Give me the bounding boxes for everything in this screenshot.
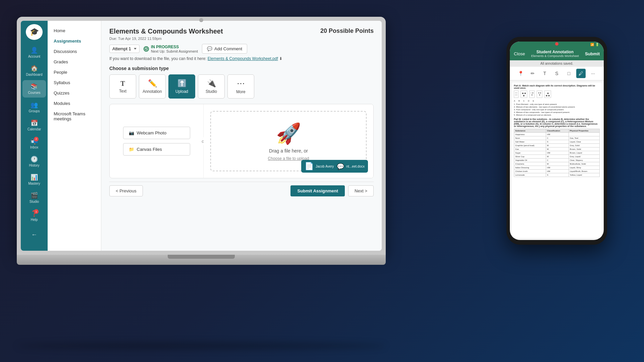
table-header-substance: Substance — [514, 129, 546, 133]
submission-type-annotation[interactable]: ✏️ Annotation — [139, 74, 166, 99]
submission-type-label: Choose a submission type — [109, 66, 374, 71]
status-badge: IN PROGRESS Next Up: Submit Assignment — [144, 45, 198, 53]
saved-text: All annotations saved. — [510, 60, 604, 67]
laptop-camera — [199, 18, 203, 22]
phone-tool-pin[interactable]: 📍 — [516, 69, 525, 78]
submission-types: T Text ✏️ Annotation ⬆️ Upload 🔌 — [109, 74, 374, 99]
submit-assignment-button[interactable]: Submit Assignment — [290, 185, 345, 196]
folder-icon: 📁 — [129, 147, 134, 152]
sidebar-label-dashboard: Dashboard — [26, 73, 43, 76]
phone-tool-pen[interactable]: 🖊 — [576, 69, 586, 78]
table-row: Silver CupMGrey, Liquid — [514, 155, 600, 159]
download-link[interactable]: Elements & Compounds Worksheet.pdf — [208, 56, 278, 61]
file-doc-icon: 📄 — [305, 162, 314, 171]
part-a-opt4: 4. Mixture of two compounds - two types … — [514, 111, 600, 113]
phone-tool-box[interactable]: □ — [564, 69, 574, 78]
doc-part-a-title: Part A: Match each diagram with its corr… — [514, 84, 600, 89]
sidebar-item-history[interactable]: 🕐 History — [22, 153, 46, 170]
sidebar-collapse[interactable]: ← — [22, 225, 46, 244]
submission-type-upload[interactable]: ⬆️ Upload — [168, 74, 195, 99]
laptop: 🎓 👤 Account 🏠 Dashboard 📚 Courses — [17, 17, 386, 278]
sidebar-item-mastery[interactable]: 📊 Mastery — [22, 171, 46, 188]
sidebar-item-courses[interactable]: 📚 Courses — [22, 80, 46, 98]
sidebar-label-courses: Courses — [28, 91, 40, 95]
download-notice: If you want to download to the file, you… — [109, 56, 374, 61]
courses-icon: 📚 — [31, 83, 38, 90]
inbox-badge: 2 — [34, 137, 39, 141]
part-a-opt2: 2. Mixture of two elements - two types o… — [514, 106, 600, 108]
points-display: 20 Possible Points — [320, 27, 374, 35]
logo-icon: 🎓 — [30, 27, 39, 36]
phone-tool-pencil[interactable]: ✏ — [528, 69, 537, 78]
battery-icon: 🔋 — [595, 43, 599, 46]
phone-document: Part A: Match each diagram with its corr… — [512, 82, 602, 238]
next-button[interactable]: Next > — [348, 185, 374, 196]
sidebar-label-inbox: Inbox — [30, 145, 38, 149]
sidebar-item-help[interactable]: ❓ 1 Help — [22, 207, 46, 225]
laptop-shadow — [17, 343, 386, 349]
left-nav-people[interactable]: People — [48, 67, 101, 77]
attempt-row: Attempt 1 IN PROGRESS Next Up: Submit As… — [109, 44, 374, 54]
sidebar-item-inbox[interactable]: 📬 2 Inbox — [22, 134, 46, 152]
phone-camera — [555, 42, 558, 46]
previous-button[interactable]: < Previous — [109, 185, 143, 196]
part-a-opt1: 1. Pure Element - only one type of atom … — [514, 103, 600, 105]
left-nav-assignments[interactable]: Assignments — [48, 36, 101, 46]
calendar-icon: 📅 — [31, 119, 38, 127]
left-nav-grades[interactable]: Grades — [48, 57, 101, 67]
table-header-class: Classification — [546, 129, 569, 133]
table-row: A bacteriaMMulticellular, Solid — [514, 162, 600, 166]
left-nav-syllabus[interactable]: Syllabus — [48, 77, 101, 88]
submission-type-studio[interactable]: 🔌 Studio — [198, 74, 225, 99]
scene: 🎓 👤 Account 🏠 Dashboard 📚 Courses — [0, 0, 644, 362]
phone-close-button[interactable]: Close — [514, 51, 525, 56]
text-type-label: Text — [119, 89, 126, 94]
help-badge-container: ❓ 1 — [31, 210, 38, 217]
left-nav-modules[interactable]: Modules — [48, 98, 101, 109]
table-row: Vegetable OilCClear, Slippery — [514, 159, 600, 162]
inbox-badge-container: 📬 2 — [31, 137, 38, 145]
left-nav-ms-teams[interactable]: Microsoft Teams meetings — [48, 109, 101, 124]
left-nav-quizzes[interactable]: Quizzes — [48, 88, 101, 98]
canvas-files-button[interactable]: 📁 Canvas Files — [123, 143, 190, 156]
sidebar-label-studio: Studio — [30, 200, 39, 203]
table-row: LemonadeSYellow, Liquid — [514, 173, 600, 177]
table-row: Italian DressingHMLiquid, Slimy — [514, 166, 600, 170]
sidebar-item-dashboard[interactable]: 🏠 Dashboard — [22, 62, 46, 79]
left-nav-discussions[interactable]: Discussions — [48, 46, 101, 57]
bottom-nav: < Previous Submit Assignment Next > — [109, 182, 374, 196]
collapse-icon: ← — [31, 231, 37, 238]
collapse-item[interactable]: ← — [22, 225, 46, 244]
sidebar-label-history: History — [29, 164, 39, 167]
submission-type-text[interactable]: T Text — [109, 74, 136, 99]
more-type-icon: ⋯ — [237, 79, 245, 88]
phone-tool-text[interactable]: T — [540, 69, 549, 78]
main-content: Elements & Compounds Worksheet 20 Possib… — [101, 21, 382, 251]
webcam-label: Webcam Photo — [137, 130, 167, 135]
table-row: Chicken brothHMLiquid/Broth, Brown — [514, 170, 600, 173]
attempt-select[interactable]: Attempt 1 — [109, 45, 140, 53]
add-comment-button[interactable]: 💬 Add Comment — [202, 44, 247, 54]
sidebar-label-calendar: Calendar — [28, 127, 41, 131]
phone-tool-more[interactable]: ··· — [588, 69, 598, 78]
phone-submit-button[interactable]: Submit — [585, 51, 600, 56]
sidebar-item-groups[interactable]: 👥 Groups — [22, 98, 46, 116]
groups-icon: 👥 — [31, 101, 38, 109]
phone-screen: 📶 🔋 Close Student Annotation Elements & … — [510, 42, 604, 240]
laptop-screen: 🎓 👤 Account 🏠 Dashboard 📚 Courses — [21, 21, 382, 251]
sidebar-item-studio[interactable]: 🎬 Studio — [22, 189, 46, 206]
phone-tool-strikethrough[interactable]: S — [552, 69, 561, 78]
webcam-photo-button[interactable]: 📷 Webcam Photo — [123, 127, 190, 139]
right-nav-buttons: Submit Assignment Next > — [290, 185, 374, 196]
sidebar-item-account[interactable]: 👤 Account — [22, 44, 46, 61]
status-text: IN PROGRESS — [151, 45, 198, 49]
phone-annotation-title: Student Annotation — [525, 50, 585, 54]
sidebar-item-calendar[interactable]: 📅 Calendar — [22, 116, 46, 134]
webcam-icon: 📷 — [129, 130, 134, 135]
submission-type-more[interactable]: ⋯ More — [227, 74, 254, 99]
right-upload-panel[interactable]: 🚀 Drag a file here, or Choose a file to … — [204, 104, 373, 178]
history-icon: 🕐 — [31, 156, 38, 163]
left-nav-home[interactable]: Home — [48, 25, 101, 36]
table-row: Salt WaterSLiquid, Clear — [514, 140, 600, 144]
chat-bubble-button[interactable]: 💬 — [334, 161, 346, 173]
